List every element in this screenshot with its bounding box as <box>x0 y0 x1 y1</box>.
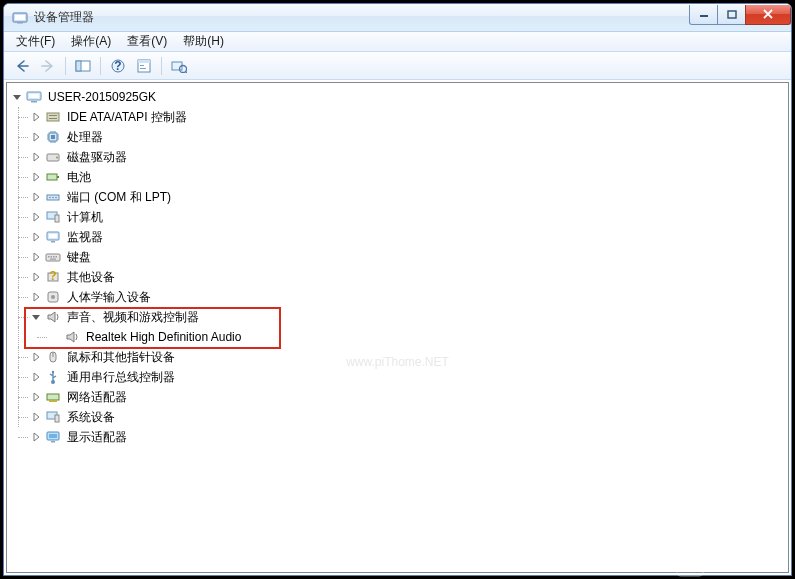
svg-rect-33 <box>55 215 59 222</box>
mouse-icon <box>45 349 61 365</box>
tree-item-sound[interactable]: 声音、视频和游戏控制器 <box>11 307 788 327</box>
expander-open-icon[interactable] <box>30 311 42 323</box>
tree-root-row[interactable]: USER-20150925GK <box>11 87 788 107</box>
toolbar: ? <box>4 52 791 80</box>
tree-item-label: 监视器 <box>65 228 105 247</box>
svg-point-29 <box>49 197 51 199</box>
tree-item[interactable]: 鼠标和其他指针设备 <box>11 347 788 367</box>
tree-item-label: 处理器 <box>65 128 105 147</box>
svg-rect-11 <box>140 65 144 66</box>
expander-closed-icon[interactable] <box>30 211 42 223</box>
tree-item[interactable]: ? 其他设备 <box>11 267 788 287</box>
tree-item[interactable]: 人体学输入设备 <box>11 287 788 307</box>
expander-closed-icon[interactable] <box>30 351 42 363</box>
tree-item[interactable]: 计算机 <box>11 207 788 227</box>
tree-item[interactable]: 系统设备 <box>11 407 788 427</box>
expander-closed-icon[interactable] <box>30 271 42 283</box>
help-button[interactable]: ? <box>106 55 130 77</box>
svg-rect-2 <box>17 22 23 24</box>
speaker-icon <box>64 329 80 345</box>
menu-help[interactable]: 帮助(H) <box>175 31 232 52</box>
tree-item[interactable]: IDE ATA/ATAPI 控制器 <box>11 107 788 127</box>
menu-view[interactable]: 查看(V) <box>119 31 175 52</box>
computer-icon <box>45 209 61 225</box>
svg-rect-20 <box>49 115 57 116</box>
expander-closed-icon[interactable] <box>30 251 42 263</box>
disk-drive-icon <box>45 149 61 165</box>
minimize-button[interactable] <box>689 5 718 25</box>
expander-closed-icon[interactable] <box>30 131 42 143</box>
tree-item-label: 磁盘驱动器 <box>65 148 129 167</box>
usb-icon <box>45 369 61 385</box>
menu-file[interactable]: 文件(F) <box>8 31 63 52</box>
svg-point-31 <box>55 197 57 199</box>
window-title: 设备管理器 <box>34 9 690 26</box>
svg-rect-36 <box>51 241 55 243</box>
svg-rect-40 <box>53 256 55 258</box>
expander-closed-icon[interactable] <box>30 191 42 203</box>
svg-rect-41 <box>56 256 58 258</box>
svg-rect-4 <box>728 11 736 18</box>
tree-item[interactable]: 通用串行总线控制器 <box>11 367 788 387</box>
expander-closed-icon[interactable] <box>30 151 42 163</box>
expander-closed-icon[interactable] <box>30 431 42 443</box>
svg-rect-21 <box>49 118 57 119</box>
network-adapter-icon <box>45 389 61 405</box>
expander-closed-icon[interactable] <box>30 391 42 403</box>
tree-item-label: 通用串行总线控制器 <box>65 368 177 387</box>
back-button[interactable] <box>10 55 34 77</box>
scan-icon <box>171 59 187 73</box>
device-tree: USER-20150925GK IDE ATA/ATAPI 控制器 处理器 磁盘… <box>7 85 788 449</box>
tree-item[interactable]: 网络适配器 <box>11 387 788 407</box>
menu-action[interactable]: 操作(A) <box>63 31 119 52</box>
tree-item-label: 其他设备 <box>65 268 117 287</box>
tree-item[interactable]: 磁盘驱动器 <box>11 147 788 167</box>
svg-rect-10 <box>138 60 150 63</box>
svg-rect-39 <box>51 256 53 258</box>
expander-open-icon[interactable] <box>11 91 23 103</box>
svg-line-15 <box>186 71 188 73</box>
svg-rect-27 <box>57 176 59 178</box>
svg-rect-1 <box>15 15 25 20</box>
svg-rect-56 <box>49 434 57 438</box>
svg-rect-6 <box>76 61 81 71</box>
expander-closed-icon[interactable] <box>30 291 42 303</box>
maximize-button[interactable] <box>717 5 746 25</box>
tree-item-label: 计算机 <box>65 208 105 227</box>
tree-item[interactable]: 键盘 <box>11 247 788 267</box>
tree-item-label: 系统设备 <box>65 408 117 427</box>
tree-item[interactable]: 电池 <box>11 167 788 187</box>
svg-rect-35 <box>49 234 57 238</box>
tree-item[interactable]: 处理器 <box>11 127 788 147</box>
properties-button[interactable] <box>132 55 156 77</box>
show-hide-tree-button[interactable] <box>71 55 95 77</box>
svg-text:?: ? <box>114 59 121 73</box>
svg-rect-57 <box>51 441 55 443</box>
device-tree-panel[interactable]: USER-20150925GK IDE ATA/ATAPI 控制器 处理器 磁盘… <box>6 82 789 573</box>
tree-item[interactable]: 监视器 <box>11 227 788 247</box>
arrow-right-icon <box>40 59 56 73</box>
svg-point-46 <box>51 295 55 299</box>
svg-rect-52 <box>49 400 57 402</box>
expander-closed-icon[interactable] <box>30 371 42 383</box>
tree-item-sound-child[interactable]: Realtek High Definition Audio <box>11 327 788 347</box>
svg-rect-17 <box>29 94 39 98</box>
expander-closed-icon[interactable] <box>30 111 42 123</box>
expander-closed-icon[interactable] <box>30 411 42 423</box>
tree-item[interactable]: 显示适配器 <box>11 427 788 447</box>
device-manager-window: 设备管理器 文件(F) 操作(A) 查看(V) 帮助(H) <box>3 3 792 576</box>
tree-item-label: IDE ATA/ATAPI 控制器 <box>65 108 189 127</box>
close-button[interactable] <box>745 5 791 25</box>
tree-root-label: USER-20150925GK <box>46 89 158 105</box>
tree-item-label: 鼠标和其他指针设备 <box>65 348 177 367</box>
svg-rect-23 <box>51 135 55 139</box>
svg-point-30 <box>52 197 54 199</box>
other-device-icon: ? <box>45 269 61 285</box>
scan-hardware-button[interactable] <box>167 55 191 77</box>
expander-closed-icon[interactable] <box>30 231 42 243</box>
tree-item-label: 网络适配器 <box>65 388 129 407</box>
panel-icon <box>75 59 91 73</box>
tree-item[interactable]: 端口 (COM 和 LPT) <box>11 187 788 207</box>
forward-button[interactable] <box>36 55 60 77</box>
expander-closed-icon[interactable] <box>30 171 42 183</box>
